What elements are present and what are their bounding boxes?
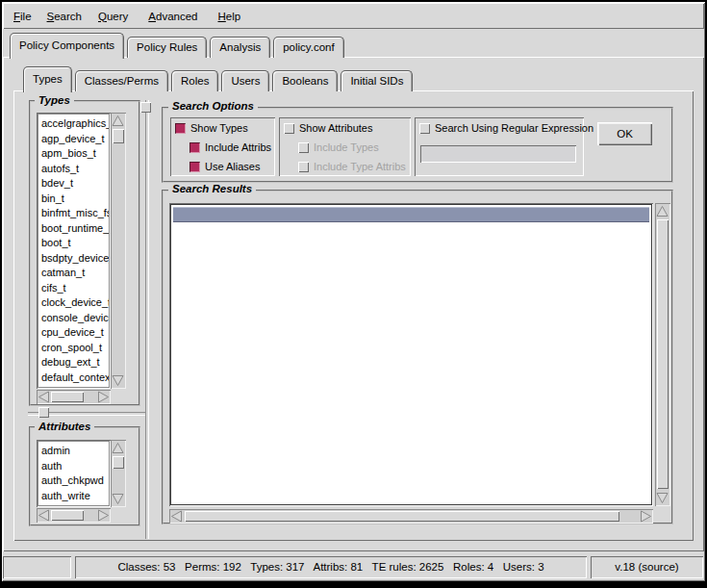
checkbox-label: Use Aliases	[205, 161, 260, 172]
status-version-panel: v.18 (source)	[591, 556, 703, 578]
ok-button[interactable]: OK	[597, 122, 652, 145]
checkbox-include-type-attribs: Include Type Attribs	[298, 160, 406, 173]
list-item[interactable]: console_device	[38, 311, 109, 326]
results-vscrollbar[interactable]	[655, 203, 670, 506]
checkbox-indicator	[284, 123, 294, 134]
checkbox-label: Show Types	[190, 122, 248, 134]
scroll-thumb[interactable]	[51, 392, 84, 402]
checkbox-use-aliases[interactable]: Use Aliases	[189, 160, 260, 173]
search-options-title: Search Options	[168, 100, 258, 112]
scroll-left-arrow-icon[interactable]	[38, 509, 50, 522]
types-group-title: Types	[35, 94, 74, 106]
attributes-vscrollbar[interactable]	[111, 440, 126, 507]
list-item[interactable]: bsdpty_device_	[38, 251, 109, 267]
scroll-thumb[interactable]	[113, 129, 124, 143]
vertical-sash-handle[interactable]	[140, 102, 151, 113]
scroll-left-arrow-icon[interactable]	[38, 391, 50, 403]
list-item[interactable]: admin	[38, 444, 109, 459]
checkbox-label: Include Types	[314, 141, 379, 153]
checkbox-search-regex[interactable]: Search Using Regular Expression	[419, 121, 593, 135]
list-item[interactable]: catman_t	[38, 266, 109, 281]
status-left-panel	[3, 556, 71, 578]
checkbox-label: Include Type Attribs	[314, 161, 406, 172]
list-item[interactable]: cron_spool_t	[38, 341, 109, 356]
scroll-left-arrow-icon[interactable]	[170, 510, 183, 523]
scroll-thumb[interactable]	[657, 219, 669, 489]
attributes-listbox[interactable]: admin auth auth_chkpwd auth_write	[37, 440, 111, 507]
scroll-down-arrow-icon[interactable]	[112, 374, 124, 387]
scroll-right-arrow-icon[interactable]	[97, 391, 110, 403]
list-item[interactable]: boot_t	[38, 236, 109, 251]
list-item[interactable]: bin_t	[38, 192, 109, 207]
list-item[interactable]: agp_device_t	[38, 132, 109, 147]
list-item[interactable]: debug_ext_t	[38, 355, 109, 371]
attributes-hscrollbar[interactable]	[37, 508, 111, 523]
attributes-group-title: Attributes	[35, 421, 94, 432]
list-item[interactable]: cpu_device_t	[38, 325, 109, 341]
scroll-thumb[interactable]	[185, 511, 619, 522]
search-results-text[interactable]	[169, 203, 653, 506]
content-layer: Types accelgraphics_e agp_device_t apm_b…	[0, 0, 707, 588]
types-listbox[interactable]: accelgraphics_e agp_device_t apm_bios_t …	[37, 113, 111, 389]
vertical-sash[interactable]	[145, 100, 149, 539]
list-item[interactable]: auth	[38, 459, 109, 474]
list-item[interactable]: default_t	[38, 385, 109, 388]
checkbox-include-attribs[interactable]: Include Attribs	[189, 141, 271, 154]
scroll-up-arrow-icon[interactable]	[112, 442, 124, 454]
status-stats-panel: Classes: 53 Perms: 192 Types: 317 Attrib…	[75, 556, 587, 578]
list-item[interactable]: boot_runtime_t	[38, 221, 109, 237]
checkbox-show-attributes[interactable]: Show Attributes	[284, 121, 372, 135]
scroll-right-arrow-icon[interactable]	[640, 510, 652, 523]
list-item[interactable]: binfmt_misc_fs	[38, 206, 109, 221]
types-vscrollbar[interactable]	[111, 113, 126, 389]
checkbox-indicator	[298, 142, 309, 153]
list-item[interactable]: auth_chkpwd	[38, 473, 109, 489]
checkbox-indicator	[419, 123, 430, 134]
app-window: File Search Query Advanced Help Policy C…	[0, 0, 707, 588]
list-item[interactable]: accelgraphics_e	[38, 116, 109, 132]
search-results-title: Search Results	[168, 183, 256, 194]
checkbox-label: Search Using Regular Expression	[435, 122, 593, 134]
scroll-up-arrow-icon[interactable]	[656, 205, 669, 217]
checkbox-indicator	[189, 162, 200, 172]
list-item[interactable]: default_context	[38, 371, 109, 386]
scroll-right-arrow-icon[interactable]	[97, 509, 110, 522]
scroll-up-arrow-icon[interactable]	[112, 115, 124, 127]
checkbox-indicator	[175, 123, 186, 134]
checkbox-label: Show Attributes	[299, 122, 372, 134]
types-hscrollbar[interactable]	[37, 390, 111, 404]
list-item[interactable]: autofs_t	[38, 162, 109, 177]
list-item[interactable]: auth_write	[38, 489, 109, 504]
results-hscrollbar[interactable]	[169, 509, 653, 524]
checkbox-indicator	[298, 162, 309, 172]
scroll-down-arrow-icon[interactable]	[112, 493, 124, 505]
list-item[interactable]: clock_device_t	[38, 295, 109, 311]
checkbox-show-types[interactable]: Show Types	[175, 121, 248, 135]
list-item[interactable]: bdev_t	[38, 176, 109, 192]
status-version: v.18 (source)	[591, 556, 703, 578]
checkbox-include-types: Include Types	[298, 141, 379, 154]
selected-line[interactable]	[173, 207, 649, 222]
regex-input[interactable]	[420, 145, 576, 163]
scroll-thumb[interactable]	[113, 456, 124, 469]
scroll-thumb[interactable]	[51, 510, 84, 521]
list-item[interactable]: apm_bios_t	[38, 146, 109, 162]
horizontal-sash-handle[interactable]	[38, 407, 49, 418]
checkbox-indicator	[189, 142, 200, 153]
list-item[interactable]: cifs_t	[38, 281, 109, 296]
status-stats: Classes: 53 Perms: 192 Types: 317 Attrib…	[75, 556, 587, 578]
scroll-down-arrow-icon[interactable]	[656, 492, 669, 504]
checkbox-label: Include Attribs	[205, 141, 271, 153]
